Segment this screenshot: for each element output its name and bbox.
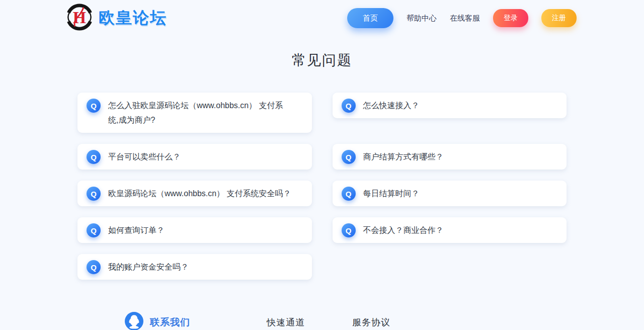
faq-card[interactable]: Q怎么入驻欧皇源码论坛（www.ohbbs.cn） 支付系 统,成为商户? [77,93,312,133]
footer-contact-us[interactable]: 联系我们 [125,312,190,330]
question-icon: Q [87,223,101,237]
question-icon: Q [342,99,356,113]
question-icon: Q [342,223,356,237]
faq-question-text: 商户结算方式有哪些？ [363,149,444,164]
login-button[interactable]: 登录 [493,9,528,27]
site-header: H 欧皇论坛 首页 帮助中心 在线客服 登录 注册 [0,0,644,33]
nav-help-center-link[interactable]: 帮助中心 [407,14,437,23]
nav-home-button[interactable]: 首页 [347,8,393,28]
faq-card[interactable]: Q怎么快速接入？ [333,93,567,118]
faq-card[interactable]: Q欧皇源码论坛（www.ohbbs.cn） 支付系统安全吗？ [77,181,312,206]
question-icon: Q [87,260,101,274]
logo-emblem-icon: H [65,3,94,33]
faq-card[interactable]: Q商户结算方式有哪些？ [333,144,567,170]
faq-card[interactable]: Q平台可以卖些什么？ [77,144,312,170]
faq-question-text: 怎么快速接入？ [363,98,420,113]
footer-contact-label: 联系我们 [150,316,190,329]
faq-question-text: 怎么入驻欧皇源码论坛（www.ohbbs.cn） 支付系 统,成为商户? [108,98,283,127]
faq-card[interactable]: Q我的账户资金安全吗？ [77,254,312,280]
faq-question-text: 每日结算时间？ [363,186,420,201]
question-icon: Q [342,150,356,164]
faq-card[interactable]: Q每日结算时间？ [333,181,567,206]
footer-quick-channel-link[interactable]: 快速通道 [267,316,305,328]
qq-icon [125,312,143,330]
main-nav: 首页 帮助中心 在线客服 登录 注册 [347,8,577,28]
site-logo[interactable]: H 欧皇论坛 [65,3,167,33]
faq-question-text: 平台可以卖些什么？ [108,149,181,164]
question-icon: Q [342,187,356,201]
question-icon: Q [87,99,101,113]
question-icon: Q [87,187,101,201]
footer-service-agreement-link[interactable]: 服务协议 [352,316,390,328]
faq-question-text: 欧皇源码论坛（www.ohbbs.cn） 支付系统安全吗？ [108,186,291,201]
page-title: 常见问题 [0,50,644,70]
register-button[interactable]: 注册 [541,9,577,27]
logo-text: 欧皇论坛 [99,7,167,29]
nav-online-service-link[interactable]: 在线客服 [450,14,480,23]
question-icon: Q [87,150,101,164]
site-footer: 联系我们 快速通道 服务协议 [0,312,644,330]
faq-card[interactable]: Q不会接入？商业合作？ [333,217,567,243]
faq-question-text: 我的账户资金安全吗？ [108,260,189,274]
faq-question-text: 不会接入？商业合作？ [363,223,444,237]
faq-grid: Q怎么入驻欧皇源码论坛（www.ohbbs.cn） 支付系 统,成为商户?Q怎么… [77,93,567,280]
faq-question-text: 如何查询订单？ [108,223,165,237]
faq-card[interactable]: Q如何查询订单？ [77,217,312,243]
